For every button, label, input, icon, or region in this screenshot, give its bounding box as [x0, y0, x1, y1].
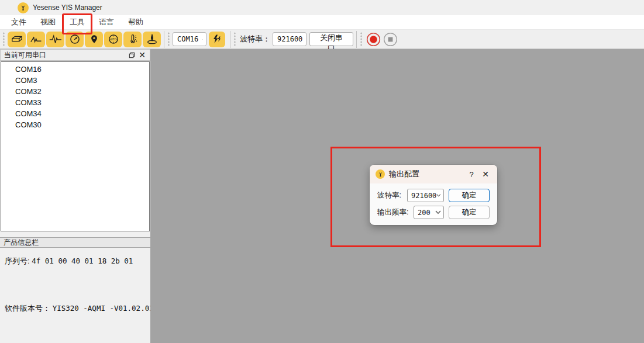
dialog-baud-value: 921600 — [411, 192, 436, 200]
stop-button[interactable] — [383, 32, 398, 47]
port-select[interactable]: COM16 — [173, 32, 206, 46]
software-version-row: 软件版本号： YIS320 -AQMI -V01.02.03; — [5, 303, 158, 314]
refresh-ports-icon[interactable] — [209, 32, 225, 47]
chevron-down-icon — [202, 37, 203, 41]
app-logo-icon — [18, 2, 29, 13]
dialog-title-bar: 输出配置 ? ✕ — [370, 165, 497, 183]
baud-rate-select[interactable]: 921600 — [273, 32, 306, 46]
left-dock: 当前可用串口 ✕ COM16 COM3 COM32 COM33 COM34 CO… — [0, 49, 150, 343]
toolbar-drag-handle[interactable] — [2, 32, 5, 46]
close-panel-icon[interactable]: ✕ — [137, 50, 147, 60]
svg-text:UTC: UTC — [111, 37, 116, 41]
toolbar-drag-handle[interactable] — [233, 32, 236, 46]
angle-waveform-icon[interactable] — [27, 32, 45, 47]
stop-icon — [383, 32, 398, 47]
record-icon — [366, 32, 381, 47]
cube-3d-icon[interactable] — [8, 32, 26, 47]
port-list-item[interactable]: COM32 — [1, 86, 149, 97]
toolbar: UTC COM16 波特率： 921600 关闭串口 — [0, 30, 644, 49]
port-list-item[interactable]: COM33 — [1, 97, 149, 108]
baud-rate-label: 波特率： — [240, 34, 270, 44]
window-title: Yesense YIS Manager — [33, 4, 102, 12]
main-area: 输出配置 ? ✕ 波特率: 921600 确定 输出频率: 200 — [150, 49, 644, 343]
record-button[interactable] — [366, 32, 381, 47]
thermometer-icon[interactable] — [123, 32, 142, 47]
menu-tools-label: 工具 — [70, 18, 85, 26]
toolbar-separator — [230, 31, 230, 48]
menu-view[interactable]: 视图 — [35, 15, 61, 29]
float-panel-icon[interactable] — [126, 50, 137, 60]
available-ports-list: COM16 COM3 COM32 COM33 COM34 COM30 — [1, 61, 150, 231]
dialog-baud-ok-button[interactable]: 确定 — [449, 189, 490, 202]
toolbar-separator — [164, 31, 164, 48]
port-list-item[interactable]: COM16 — [1, 64, 149, 75]
software-version-label: 软件版本号： — [5, 304, 50, 313]
product-info-title: 产品信息栏 — [4, 238, 39, 248]
serial-number-value: 4f 01 00 40 01 18 2b 01 — [32, 257, 133, 265]
dialog-help-button[interactable]: ? — [464, 168, 478, 181]
menu-file[interactable]: 文件 — [6, 15, 32, 29]
output-frequency-row: 输出频率: 200 确定 — [370, 206, 497, 219]
menu-language[interactable]: 语言 — [94, 15, 119, 29]
dialog-frequency-label: 输出频率: — [377, 207, 408, 217]
menu-bar: 文件 视图 工具 语言 帮助 — [0, 15, 644, 30]
serial-number-label: 序列号: — [5, 257, 30, 265]
close-serial-port-button[interactable]: 关闭串口 — [309, 32, 353, 46]
baud-rate-value: 921600 — [277, 35, 302, 43]
dialog-frequency-select[interactable]: 200 — [414, 206, 444, 219]
ports-panel-header: 当前可用串口 ✕ — [0, 49, 150, 61]
app-window: Yesense YIS Manager 文件 视图 工具 语言 帮助 UTC — [0, 0, 644, 343]
dialog-close-icon[interactable]: ✕ — [478, 168, 493, 181]
port-list-item[interactable]: COM30 — [1, 119, 149, 130]
port-select-value: COM16 — [177, 35, 198, 43]
chevron-down-icon — [436, 193, 441, 198]
product-info-panel: 序列号: 4f 01 00 40 01 18 2b 01 软件版本号： YIS3… — [0, 248, 150, 343]
location-pin-icon[interactable] — [85, 32, 103, 47]
serial-number-row: 序列号: 4f 01 00 40 01 18 2b 01 — [5, 256, 133, 266]
toolbar-drag-handle[interactable] — [167, 32, 170, 46]
toolbar-separator — [356, 31, 357, 48]
utc-clock-icon[interactable]: UTC — [104, 32, 122, 47]
output-config-dialog: 输出配置 ? ✕ 波特率: 921600 确定 输出频率: 200 — [370, 165, 497, 225]
dialog-app-icon — [376, 169, 385, 179]
menu-tools[interactable]: 工具 — [64, 15, 90, 29]
dialog-frequency-ok-button[interactable]: 确定 — [449, 206, 490, 219]
dialog-baud-label: 波特率: — [377, 190, 401, 200]
menu-help[interactable]: 帮助 — [123, 15, 149, 29]
software-version-value: YIS320 -AQMI -V01.02.03; — [53, 304, 159, 313]
port-list-item[interactable]: COM3 — [1, 75, 149, 86]
dialog-title: 输出配置 — [389, 169, 464, 179]
baud-rate-row: 波特率: 921600 确定 — [370, 189, 497, 202]
dialog-baud-select[interactable]: 921600 — [407, 189, 444, 202]
chevron-down-icon — [435, 210, 441, 214]
product-info-header: 产品信息栏 — [0, 237, 150, 248]
gauge-icon[interactable] — [66, 32, 84, 47]
dialog-frequency-value: 200 — [418, 209, 435, 217]
port-list-item[interactable]: COM34 — [1, 108, 149, 119]
pulse-waveform-icon[interactable] — [46, 32, 64, 47]
gyro-level-icon[interactable] — [143, 32, 161, 47]
ports-panel-title: 当前可用串口 — [4, 50, 126, 60]
toolbar-drag-handle[interactable] — [360, 32, 363, 46]
title-bar: Yesense YIS Manager — [0, 0, 644, 15]
